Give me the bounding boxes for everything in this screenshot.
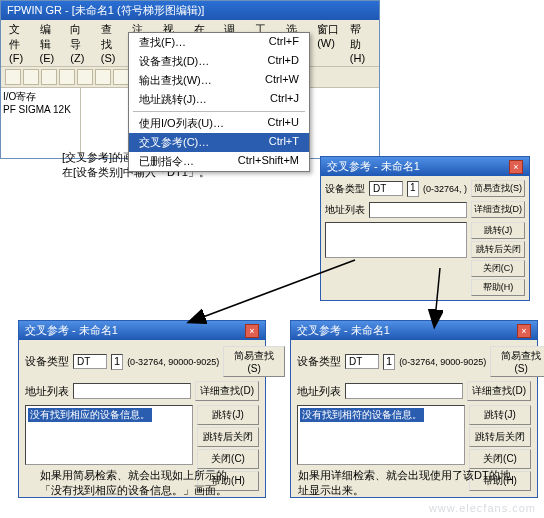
addr-list-label: 地址列表 — [297, 384, 341, 399]
dropdown-item[interactable]: 地址跳转(J)…Ctrl+J — [129, 90, 309, 109]
dropdown-item-accel: Ctrl+U — [268, 116, 299, 131]
simple-search-button[interactable]: 简易查找(S) — [490, 346, 544, 377]
toolbar-button[interactable] — [113, 69, 129, 85]
result-list[interactable]: 没有找到相应的设备信息。 — [25, 405, 193, 465]
xref-right-title: 交叉参考 - 未命名1 × — [291, 321, 537, 340]
xref-small: 交叉参考 - 未命名1 × 设备类型 DT 1 (0-32764, ) 简易查找… — [320, 156, 530, 301]
dropdown-item-label: 设备查找(D)… — [139, 54, 209, 69]
addr-list-label: 地址列表 — [325, 203, 365, 217]
addr-list-input[interactable] — [345, 383, 463, 399]
dropdown-item[interactable]: 设备查找(D)…Ctrl+D — [129, 52, 309, 71]
dropdown-item-label: 交叉参考(C)… — [139, 135, 209, 150]
device-num-input[interactable]: 1 — [111, 354, 123, 370]
device-type-label: 设备类型 — [325, 182, 365, 196]
addr-list-label: 地址列表 — [25, 384, 69, 399]
dropdown-item-accel: Ctrl+J — [270, 92, 299, 107]
dropdown-item-label: 使用I/O列表(U)… — [139, 116, 224, 131]
no-result-msg: 没有找到相符的设备信息。 — [300, 408, 424, 422]
menu-item[interactable]: 文件(F) — [5, 21, 34, 65]
toolbar-button[interactable] — [5, 69, 21, 85]
close-button[interactable]: 关闭(C) — [469, 449, 531, 469]
close-icon[interactable]: × — [509, 160, 523, 174]
toolbar-button[interactable] — [95, 69, 111, 85]
toolbar-button[interactable] — [59, 69, 75, 85]
xref-small-title: 交叉参考 - 未命名1 × — [321, 157, 529, 176]
xref-small-title-text: 交叉参考 - 未命名1 — [327, 159, 420, 174]
pf-label: PF SIGMA 12K — [3, 104, 78, 115]
xref-left-title-text: 交叉参考 - 未命名1 — [25, 323, 118, 338]
detail-search-button[interactable]: 详细查找(D) — [471, 201, 526, 218]
result-list[interactable]: 没有找到相符的设备信息。 — [297, 405, 465, 465]
device-num-input[interactable]: 1 — [407, 181, 419, 197]
dropdown-item[interactable]: 输出查找(W)…Ctrl+W — [129, 71, 309, 90]
jump-button[interactable]: 跳转(J) — [469, 405, 531, 425]
dropdown-item[interactable]: 使用I/O列表(U)…Ctrl+U — [129, 114, 309, 133]
dropdown-item-label: 地址跳转(J)… — [139, 92, 207, 107]
jump-close-button[interactable]: 跳转后关闭 — [197, 427, 259, 447]
dropdown-item[interactable]: 交叉参考(C)…Ctrl+T — [129, 133, 309, 152]
simple-search-button[interactable]: 简易查找(S) — [471, 180, 525, 197]
dropdown-item[interactable]: 已删指令…Ctrl+Shift+M — [129, 152, 309, 171]
dropdown-item-label: 查找(F)… — [139, 35, 186, 50]
jump-button[interactable]: 跳转(J) — [471, 222, 525, 239]
dropdown-item-label: 输出查找(W)… — [139, 73, 212, 88]
dropdown-item-label: 已删指令… — [139, 154, 194, 169]
io-label: I/O寄存 — [3, 90, 78, 104]
jump-button[interactable]: 跳转(J) — [197, 405, 259, 425]
device-type-select[interactable]: DT — [73, 354, 107, 369]
result-list[interactable] — [325, 222, 467, 258]
menu-separator — [133, 111, 305, 112]
dropdown-item[interactable]: 查找(F)…Ctrl+F — [129, 33, 309, 52]
dropdown-item-accel: Ctrl+F — [269, 35, 299, 50]
close-icon[interactable]: × — [245, 324, 259, 338]
dropdown-item-accel: Ctrl+Shift+M — [238, 154, 299, 169]
xref-right-title-text: 交叉参考 - 未命名1 — [297, 323, 390, 338]
device-type-label: 设备类型 — [25, 354, 69, 369]
menu-item[interactable]: 查找(S) — [97, 21, 126, 65]
range-label: (0-32764, 9000-9025) — [399, 357, 486, 367]
menu-item[interactable]: 编辑(E) — [36, 21, 65, 65]
dropdown-item-accel: Ctrl+D — [268, 54, 299, 69]
menu-item[interactable]: 帮助(H) — [346, 21, 375, 65]
toolbar-button[interactable] — [23, 69, 39, 85]
detail-search-button[interactable]: 详细查找(D) — [467, 381, 531, 401]
menu-item[interactable]: 窗口(W) — [313, 21, 344, 65]
addr-list-input[interactable] — [73, 383, 191, 399]
dropdown-item-accel: Ctrl+T — [269, 135, 299, 150]
close-icon[interactable]: × — [517, 324, 531, 338]
no-result-msg: 没有找到相应的设备信息。 — [28, 408, 152, 422]
dropdown-item-accel: Ctrl+W — [265, 73, 299, 88]
search-dropdown[interactable]: 查找(F)…Ctrl+F设备查找(D)…Ctrl+D输出查找(W)…Ctrl+W… — [128, 32, 310, 172]
toolbar-button[interactable] — [41, 69, 57, 85]
simple-search-button[interactable]: 简易查找(S) — [223, 346, 285, 377]
menu-item[interactable]: 向导(Z) — [66, 21, 95, 65]
detail-search-button[interactable]: 详细查找(D) — [195, 381, 259, 401]
addr-list-input[interactable] — [369, 202, 467, 218]
close-button[interactable]: 关闭(C) — [197, 449, 259, 469]
device-num-input[interactable]: 1 — [383, 354, 395, 370]
toolbar-button[interactable] — [77, 69, 93, 85]
watermark: www.elecfans.com — [429, 502, 536, 514]
range-label: (0-32764, 90000-9025) — [127, 357, 219, 367]
ide-titlebar: FPWIN GR - [未命名1 (符号梯形图编辑)] — [1, 1, 379, 20]
help-button[interactable]: 帮助(H) — [471, 279, 525, 296]
range-label: (0-32764, ) — [423, 184, 467, 194]
xref-left-title: 交叉参考 - 未命名1 × — [19, 321, 265, 340]
jump-close-button[interactable]: 跳转后关闭 — [471, 241, 525, 258]
close-button[interactable]: 关闭(C) — [471, 260, 525, 277]
caption-right: 如果用详细检索、就会出现使用了该DT的地址显示出来。 — [298, 468, 538, 499]
device-type-label: 设备类型 — [297, 354, 341, 369]
ide-project-pane[interactable]: I/O寄存 PF SIGMA 12K — [1, 88, 81, 158]
caption-left: 如果用简易检索、就会出现如上所示的「没有找到相应的设备信息。」画面。 — [40, 468, 270, 499]
device-type-select[interactable]: DT — [369, 181, 403, 196]
device-type-select[interactable]: DT — [345, 354, 379, 369]
jump-close-button[interactable]: 跳转后关闭 — [469, 427, 531, 447]
